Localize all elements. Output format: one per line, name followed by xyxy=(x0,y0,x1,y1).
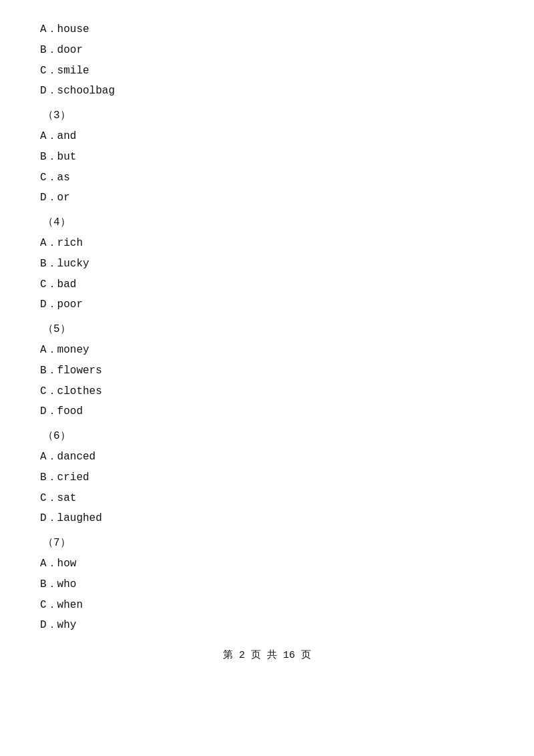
section-label: （3） xyxy=(40,106,494,126)
option-line: C．clothes xyxy=(40,382,494,401)
option-line: D．schoolbag xyxy=(40,81,494,101)
section-label: （4） xyxy=(40,213,494,232)
option-line: A．money xyxy=(40,341,494,360)
option-line: A．rich xyxy=(40,234,494,253)
page-content: A．houseB．doorC．smileD．schoolbag（3）A．andB… xyxy=(40,20,494,635)
option-line: D．why xyxy=(40,616,494,635)
option-line: B．cried xyxy=(40,468,494,488)
page-footer: 第 2 页 共 16 页 xyxy=(40,648,494,661)
option-line: C．bad xyxy=(40,275,494,295)
option-line: C．sat xyxy=(40,489,494,508)
option-line: B．but xyxy=(40,148,494,167)
option-line: D．poor xyxy=(40,295,494,315)
option-line: C．as xyxy=(40,168,494,188)
option-line: A．house xyxy=(40,20,494,39)
option-line: B．who xyxy=(40,575,494,594)
option-line: D．laughed xyxy=(40,509,494,528)
option-line: A．and xyxy=(40,127,494,146)
option-line: A．danced xyxy=(40,447,494,467)
section-label: （6） xyxy=(40,427,494,446)
option-line: C．when xyxy=(40,596,494,615)
option-line: B．lucky xyxy=(40,254,494,274)
option-line: A．how xyxy=(40,554,494,574)
option-line: B．door xyxy=(40,41,494,60)
section-label: （5） xyxy=(40,320,494,339)
section-label: （7） xyxy=(40,534,494,553)
option-line: D．food xyxy=(40,402,494,421)
option-line: D．or xyxy=(40,188,494,208)
option-line: B．flowers xyxy=(40,361,494,381)
option-line: C．smile xyxy=(40,61,494,81)
